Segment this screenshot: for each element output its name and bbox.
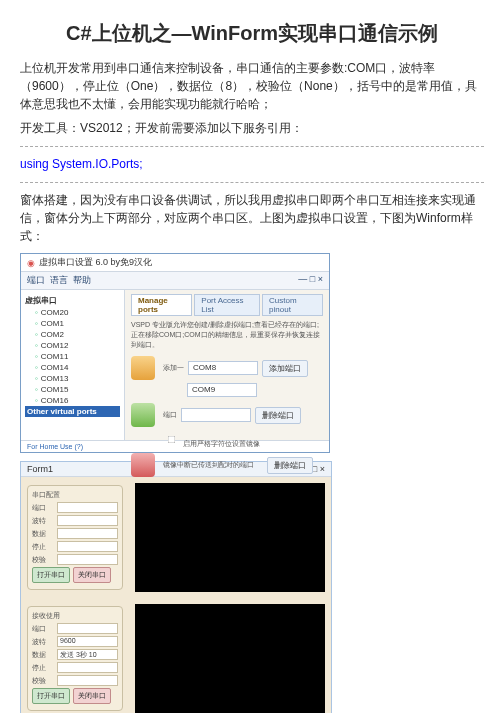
group-title: 接收使用 xyxy=(32,611,118,621)
label: 数据 xyxy=(32,529,54,539)
tab-custom-pinout[interactable]: Custom pinout xyxy=(262,294,323,316)
window-title: 虚拟串口设置 6.0 by免9汉化 xyxy=(39,256,152,269)
close-port-button-2[interactable]: 关闭串口 xyxy=(73,688,111,704)
vspd-note: VSPD 专业版允许您创建/删除虚拟端口;查看已经存在的端口;正在移除COM口;… xyxy=(131,320,323,350)
label: 停止 xyxy=(32,663,54,673)
tree-item[interactable]: COM11 xyxy=(25,351,120,362)
open-port-button-2[interactable]: 打开串口 xyxy=(32,688,70,704)
delete-icon xyxy=(131,403,155,427)
first-port-select[interactable]: COM8 xyxy=(188,361,258,375)
remove-note: 镜像中断已传送到配对的端口 xyxy=(163,460,263,470)
receive-area xyxy=(135,483,325,592)
tools-paragraph: 开发工具：VS2012；开发前需要添加以下服务引用： xyxy=(20,119,484,137)
port-select[interactable] xyxy=(57,502,118,513)
add-pair-button[interactable]: 添加端口 xyxy=(262,360,308,377)
using-line: using System.IO.Ports; xyxy=(20,157,143,171)
pair-icon xyxy=(131,356,155,380)
tree-item[interactable]: COM16 xyxy=(25,395,120,406)
tree-item[interactable]: COM20 xyxy=(25,307,120,318)
tree-item[interactable]: COM12 xyxy=(25,340,120,351)
parity-select-2[interactable] xyxy=(57,675,118,686)
group-title: 串口配置 xyxy=(32,490,118,500)
tree-item-selected[interactable]: Other virtual ports xyxy=(25,406,120,417)
label: 波特 xyxy=(32,516,54,526)
delete-port-button[interactable]: 删除端口 xyxy=(255,407,301,424)
winform-screenshot: Form1 — □ × 串口配置 端口 波特 数据 停止 校验 打开串口 关闭串… xyxy=(20,461,332,713)
tab-manage-ports[interactable]: Manage ports xyxy=(131,294,192,316)
label: 数据 xyxy=(32,650,54,660)
pair-label: 添加一 xyxy=(163,363,184,373)
label: 校验 xyxy=(32,555,54,565)
tree-heading: 虚拟串口 xyxy=(25,294,120,307)
form-title: Form1 xyxy=(27,464,53,474)
open-port-button[interactable]: 打开串口 xyxy=(32,567,70,583)
data-select-2[interactable]: 发送 3秒 10 xyxy=(57,649,118,660)
baud-select-2[interactable]: 9600 xyxy=(57,636,118,647)
remove-all-button[interactable]: 删除端口 xyxy=(267,457,313,474)
stop-select-2[interactable] xyxy=(57,662,118,673)
baud-select[interactable] xyxy=(57,515,118,526)
tree-item[interactable]: COM14 xyxy=(25,362,120,373)
parity-select[interactable] xyxy=(57,554,118,565)
stop-select[interactable] xyxy=(57,541,118,552)
tree-item[interactable]: COM13 xyxy=(25,373,120,384)
port-tree[interactable]: 虚拟串口 COM20 COM1 COM2 COM12 COM11 COM14 C… xyxy=(21,290,125,440)
enable-strict-checkbox[interactable]: 启用严格字符位设置镜像 xyxy=(161,430,260,449)
label: 停止 xyxy=(32,542,54,552)
data-select[interactable] xyxy=(57,528,118,539)
send-area xyxy=(135,604,325,713)
close-port-button[interactable]: 关闭串口 xyxy=(73,567,111,583)
page-title: C#上位机之—WinForm实现串口通信示例 xyxy=(20,20,484,47)
delete-port-select[interactable] xyxy=(181,408,251,422)
label: 波特 xyxy=(32,637,54,647)
label: 端口 xyxy=(32,503,54,513)
tree-item[interactable]: COM15 xyxy=(25,384,120,395)
window-controls[interactable]: — □ × xyxy=(298,274,323,287)
tree-item[interactable]: COM2 xyxy=(25,329,120,340)
app-icon: ◉ xyxy=(27,258,35,268)
remove-all-icon xyxy=(131,453,155,477)
port-select-2[interactable] xyxy=(57,623,118,634)
second-port-select[interactable]: COM9 xyxy=(187,383,257,397)
layout-paragraph: 窗体搭建，因为没有串口设备供调试，所以我用虚拟串口即两个串口互相连接来实现通信，… xyxy=(20,191,484,245)
label: 校验 xyxy=(32,676,54,686)
port-label: 端口 xyxy=(163,410,177,420)
divider xyxy=(20,181,484,183)
label: 端口 xyxy=(32,624,54,634)
intro-paragraph: 上位机开发常用到串口通信来控制设备，串口通信的主要参数:COM口，波特率（960… xyxy=(20,59,484,113)
divider xyxy=(20,145,484,147)
menu-bar[interactable]: 端口 语言 帮助 xyxy=(27,274,91,287)
tab-access-list[interactable]: Port Access List xyxy=(194,294,260,316)
tree-item[interactable]: COM1 xyxy=(25,318,120,329)
virtual-serial-screenshot: ◉ 虚拟串口设置 6.0 by免9汉化 端口 语言 帮助 — □ × 虚拟串口 … xyxy=(20,253,330,453)
